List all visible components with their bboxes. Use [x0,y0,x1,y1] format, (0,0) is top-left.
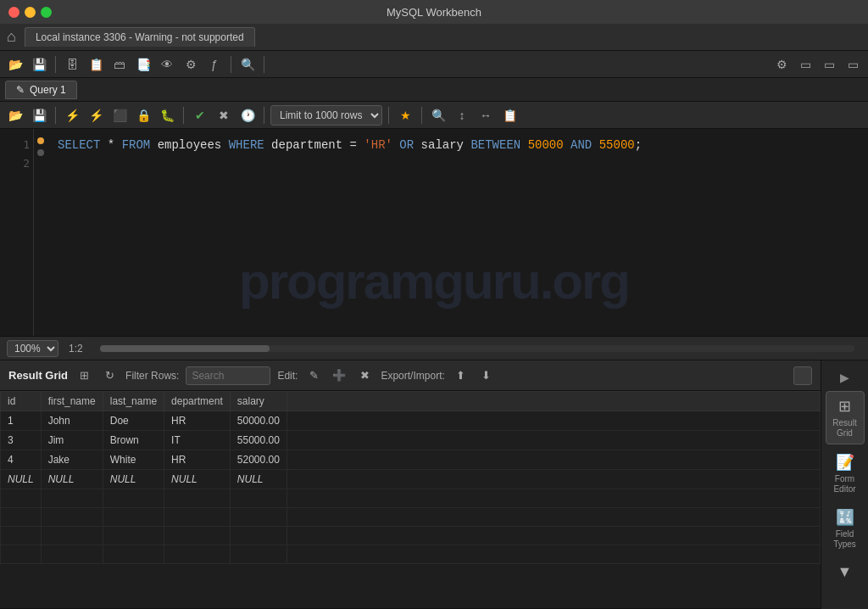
col-header-salary: salary [230,392,287,411]
table-cell-id: 1 [1,411,42,431]
query-pencil-icon: ✎ [16,84,25,96]
filter-input[interactable] [186,366,270,385]
table-cell-department: HR [164,450,231,470]
table-cell-last_name: Doe [103,411,164,431]
empty-cell [103,545,164,564]
result-grid-tool[interactable]: ⊞ ResultGrid [826,391,865,444]
col-header-department: department [164,392,231,411]
empty-cell [287,545,820,564]
empty-row [1,489,821,508]
table-cell-last_name: White [103,450,164,470]
instance-tab[interactable]: Local instance 3306 - Warning - not supp… [25,27,255,47]
stop-all-icon[interactable]: 🔒 [133,105,153,126]
save-icon[interactable]: 💾 [29,54,49,75]
history-icon[interactable]: 🕐 [237,105,258,126]
edit-pencil-icon[interactable]: ✎ [304,366,323,385]
replace-icon[interactable]: ↕ [452,105,472,126]
line-dot-2 [37,149,44,156]
magnify-icon[interactable]: 🔍 [428,105,448,126]
query-stats-tool[interactable]: ▼ [826,558,865,586]
star-icon[interactable]: ★ [395,105,415,126]
table-cell-department: HR [164,411,231,431]
zoom-select[interactable]: 100% [7,340,58,357]
result-table-wrap[interactable]: id first_name last_name department salar… [0,391,821,608]
sql-toolbar: 📂 💾 ⚡ ⚡ ⬛ 🔒 🐛 ✔ ✖ 🕐 Limit to 1000 rowsDo… [0,102,868,129]
empty-row [1,545,821,564]
indent-icon[interactable]: ↔ [476,105,496,126]
grid-view-icon[interactable]: ⊞ [75,366,93,385]
view-icon[interactable]: 👁 [157,54,177,75]
field-types-tool[interactable]: 🔣 FieldTypes [826,503,865,555]
table-row[interactable]: 3JimBrownIT55000.00 [1,431,821,450]
table-cell-id: 4 [1,450,42,470]
editor-status-bar: 100% 1:2 [0,337,868,360]
panel1-icon[interactable]: ▭ [795,54,815,75]
table-row[interactable]: 4JakeWhiteHR52000.00 [1,450,821,470]
toolbar-separator [55,56,56,73]
empty-cell [41,527,103,545]
minimize-button[interactable] [25,7,36,18]
result-main: Result Grid ⊞ ↻ Filter Rows: Edit: ✎ ➕ ✖… [0,360,821,609]
sql-code-area[interactable]: SELECT * FROM employees WHERE department… [47,129,868,336]
empty-cell [1,527,42,545]
query-tab-bar: ✎ Query 1 [0,78,868,102]
edit-delete-icon[interactable]: ✖ [355,366,374,385]
sql-sep1 [55,107,56,124]
procedure-icon[interactable]: ⚙ [181,54,201,75]
empty-cell [164,489,231,508]
table-cell-last_name: Brown [103,431,164,450]
scrollbar-thumb[interactable] [100,345,270,352]
panel3-icon[interactable]: ▭ [843,54,863,75]
check-icon[interactable]: ✔ [190,105,210,126]
zoom-control[interactable]: 100% [7,340,58,357]
table-null-row: NULLNULLNULLNULLNULL [1,470,821,489]
function-icon[interactable]: ƒ [204,54,225,75]
open-folder-icon[interactable]: 📂 [5,54,25,75]
maximize-button[interactable] [41,7,52,18]
format-icon[interactable]: 📋 [499,105,520,126]
edit-label: Edit: [277,370,298,382]
import-icon[interactable]: ⬇ [477,366,496,385]
empty-cell [1,508,42,527]
edit-add-icon[interactable]: ➕ [330,366,348,385]
empty-cell [164,527,231,545]
debug-icon[interactable]: 🐛 [157,105,177,126]
save-sql-icon[interactable]: 💾 [29,105,49,126]
table-icon[interactable]: 🗃 [109,54,130,75]
table-cell-department: IT [164,431,231,450]
index-icon[interactable]: 📑 [133,54,153,75]
stop-icon[interactable]: ⬛ [109,105,130,126]
window-controls [8,7,52,18]
sidebar-expand-icon[interactable]: ▶ [837,367,853,388]
query-tab[interactable]: ✎ Query 1 [5,81,77,99]
open-sql-icon[interactable]: 📂 [5,105,25,126]
main-toolbar: 📂 💾 🗄 📋 🗃 📑 👁 ⚙ ƒ 🔍 ⚙ ▭ ▭ ▭ [0,51,868,78]
horizontal-scrollbar[interactable] [100,345,854,352]
field-types-tool-label: FieldTypes [833,529,856,550]
home-icon[interactable]: ⌂ [7,28,16,46]
run-icon[interactable]: ⚡ [62,105,82,126]
title-bar: MySQL Workbench [0,0,868,24]
refresh-icon[interactable]: ↻ [100,366,119,385]
inspector-icon[interactable]: 🔍 [237,54,258,75]
run-selection-icon[interactable]: ⚡ [86,105,106,126]
col-header-last-name: last_name [103,392,164,411]
table-cell-salary: 55000.00 [230,431,287,450]
close-button[interactable] [8,7,19,18]
field-types-tool-icon: 🔣 [836,508,854,527]
empty-cell [41,508,103,527]
table-row[interactable]: 1JohnDoeHR50000.00 [1,411,821,431]
settings-icon[interactable]: ⚙ [771,54,792,75]
export-icon[interactable]: ⬆ [452,366,470,385]
empty-cell [287,489,820,508]
new-schema-icon[interactable]: 🗄 [62,54,82,75]
wrap-cell-content-icon[interactable] [793,366,812,385]
schema-icon[interactable]: 📋 [86,54,106,75]
limit-rows-select[interactable]: Limit to 1000 rowsDon't LimitLimit to 20… [270,105,382,126]
cancel-run-icon[interactable]: ✖ [214,105,234,126]
col-header-extra [287,392,820,411]
result-toolbar: Result Grid ⊞ ↻ Filter Rows: Edit: ✎ ➕ ✖… [0,360,821,391]
form-editor-tool[interactable]: 📝 FormEditor [826,448,865,500]
panel2-icon[interactable]: ▭ [819,54,839,75]
null-cell: NULL [103,470,164,489]
